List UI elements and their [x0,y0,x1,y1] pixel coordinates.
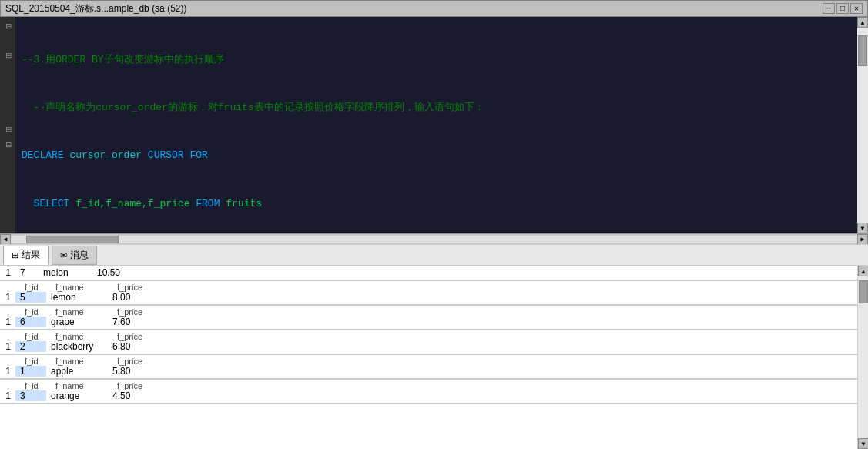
code-editor[interactable]: --3.用ORDER BY子句改变游标中的执行顺序 --声明名称为cursor_… [15,17,857,233]
results-vscroll-down-btn[interactable]: ▼ [858,438,868,449]
tabs-area: ⊞ 结果 ✉ 消息 [0,244,868,266]
col-fname-4: f_name [51,357,112,366]
code-line-1: --3.用ORDER BY子句改变游标中的执行顺序 [22,52,851,69]
col-fid-3: f_id [20,332,51,341]
title-bar: SQL_20150504_游标.s...ample_db (sa (52)) ─… [0,0,868,17]
tab-messages[interactable]: ✉ 消息 [52,246,97,265]
cell-4-0: 1 [15,366,46,377]
row-num-1: 1 [3,292,15,303]
col-fname-2: f_name [51,307,112,317]
header-row-1: f_id f_name f_price [3,283,854,292]
col-fname-3: f_name [51,332,112,341]
row-num-4: 1 [3,366,15,377]
code-line-3: DECLARE cursor_order CURSOR FOR [22,148,851,164]
hscroll-right-btn[interactable]: ▶ [857,234,868,245]
cell-1-1: lemon [46,292,108,303]
hscroll-left-btn[interactable]: ◀ [0,234,11,245]
col-fprice-5: f_price [112,381,159,390]
result-block-4: f_id f_name f_price 1 1 apple 5.80 [0,355,857,380]
data-row-3: 1 2 blackberry 6.80 [3,341,854,352]
cell-5-2: 4.50 [108,390,154,401]
msg-icon: ✉ [60,250,67,260]
row-num-5: 1 [3,390,15,401]
data-row-1: 1 5 lemon 8.00 [3,292,854,303]
results-content[interactable]: 1 7 melon 10.50 f_id f_name f_price 1 5 … [0,266,857,449]
code-line-2: --声明名称为cursor_order的游标，对fruits表中的记录按照价格字… [22,100,851,116]
col-fprice-4: f_price [112,357,159,366]
editor-inner: ⊟ ⊟ ⊟ ⊟ --3.用ORDER BY子句改变游标中的执行顺序 --声明名称… [0,17,868,233]
cell-0-2: 10.50 [92,267,131,278]
result-block-5: f_id f_name f_price 1 3 orange 4.50 [0,380,857,404]
main-container: ⊟ ⊟ ⊟ ⊟ --3.用ORDER BY子句改变游标中的执行顺序 --声明名称… [0,17,868,449]
cell-1-0: 5 [15,292,46,303]
cell-5-0: 3 [15,390,46,401]
col-fid-4: f_id [20,357,51,366]
cell-3-1: blackberry [46,341,108,352]
row-num-2: 1 [3,317,15,327]
cell-4-2: 5.80 [108,366,154,377]
row-num-0: 1 [3,267,15,278]
col-fname-1: f_name [51,283,112,292]
col-fid-5: f_id [20,381,51,390]
cell-4-1: apple [46,366,108,377]
editor-hscrollbar[interactable]: ◀ ▶ [0,233,868,244]
cell-3-2: 6.80 [108,341,154,352]
tab-results-label: 结果 [22,249,40,262]
result-block-1: f_id f_name f_price 1 5 lemon 8.00 [0,281,857,306]
cell-3-0: 2 [15,341,46,352]
close-button[interactable]: ✕ [850,3,863,14]
result-block-0: 1 7 melon 10.50 [0,266,857,281]
title-bar-text: SQL_20150504_游标.s...ample_db (sa (52)) [5,2,186,15]
results-vscroll-thumb[interactable] [859,280,868,303]
tab-results[interactable]: ⊞ 结果 [3,246,49,265]
data-row-2: 1 6 grape 7.60 [3,317,854,327]
code-line-4: SELECT f_id,f_name,f_price FROM fruits [22,196,851,213]
col-fprice-1: f_price [112,283,159,292]
result-block-3: f_id f_name f_price 1 2 blackberry 6.80 [0,330,857,355]
line-numbers: ⊟ ⊟ ⊟ ⊟ [0,17,15,233]
col-fid-2: f_id [20,307,51,317]
hscroll-track[interactable] [11,236,857,243]
minimize-button[interactable]: ─ [823,3,835,14]
cell-2-0: 6 [15,317,46,327]
vscroll-down-btn[interactable]: ▼ [857,223,868,233]
hscroll-thumb[interactable] [26,236,119,243]
cell-5-1: orange [46,390,108,401]
editor-wrapper: ⊟ ⊟ ⊟ ⊟ --3.用ORDER BY子句改变游标中的执行顺序 --声明名称… [0,17,868,244]
col-fid-1: f_id [20,283,51,292]
results-vscrollbar[interactable]: ▲ ▼ [857,266,868,449]
vscroll-track[interactable] [857,28,868,223]
cell-2-1: grape [46,317,108,327]
header-row-5: f_id f_name f_price [3,381,854,390]
row-num-3: 1 [3,341,15,352]
col-fprice-3: f_price [112,332,159,341]
results-vscroll-track[interactable] [858,276,868,438]
grid-icon: ⊞ [12,250,18,260]
header-row-4: f_id f_name f_price [3,357,854,366]
data-row-5: 1 3 orange 4.50 [3,390,854,401]
result-block-2: f_id f_name f_price 1 6 grape 7.60 [0,306,857,330]
maximize-button[interactable]: □ [836,3,849,14]
cell-0-0: 7 [15,267,39,278]
vscroll-up-btn[interactable]: ▲ [857,17,868,28]
results-area: 1 7 melon 10.50 f_id f_name f_price 1 5 … [0,266,868,449]
results-vscroll-up-btn[interactable]: ▲ [858,266,868,276]
editor-vscrollbar[interactable]: ▲ ▼ [857,17,868,233]
data-row-4: 1 1 apple 5.80 [3,366,854,377]
header-row-2: f_id f_name f_price [3,307,854,317]
title-bar-buttons: ─ □ ✕ [823,3,863,14]
tab-messages-label: 消息 [70,249,89,262]
col-fname-5: f_name [51,381,112,390]
vscroll-thumb[interactable] [858,35,867,66]
col-fprice-2: f_price [112,307,159,317]
header-row-3: f_id f_name f_price [3,332,854,341]
cell-2-2: 7.60 [108,317,154,327]
cell-1-2: 8.00 [108,292,154,303]
cell-0-1: melon [39,267,92,278]
